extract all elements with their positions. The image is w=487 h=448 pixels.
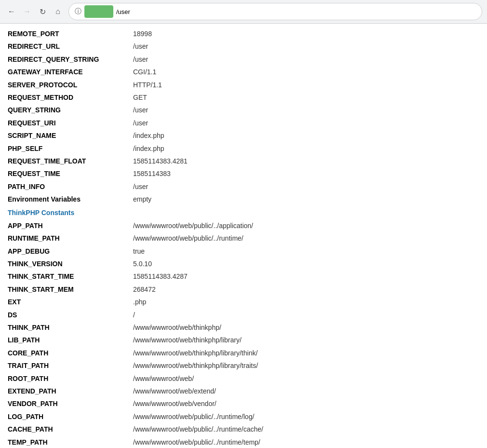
- row-value: 1585114383.4281: [131, 155, 481, 167]
- row-value: /user: [131, 180, 481, 193]
- table-row: GATEWAY_INTERFACE CGI/1.1: [6, 66, 481, 78]
- table-row: REMOTE_PORT 18998: [6, 27, 481, 40]
- row-value: 5.0.10: [131, 258, 481, 270]
- row-key: TEMP_PATH: [6, 436, 131, 448]
- table-row: THINK_PATH /www/wwwroot/web/thinkphp/: [6, 321, 481, 334]
- table-row: RUNTIME_PATH /www/wwwroot/web/public/../…: [6, 232, 481, 244]
- url-input[interactable]: [116, 8, 476, 15]
- row-key: REDIRECT_URL: [6, 40, 131, 53]
- row-value: /www/wwwroot/web/public/../runtime/temp/: [131, 436, 481, 448]
- row-value: .php: [131, 296, 481, 308]
- row-key: CACHE_PATH: [6, 423, 131, 435]
- address-bar[interactable]: ⓘ: [68, 3, 482, 20]
- table-row: REDIRECT_QUERY_STRING /user: [6, 53, 481, 66]
- row-key: REQUEST_URI: [6, 117, 131, 129]
- row-key: CORE_PATH: [6, 347, 131, 359]
- row-value: /user: [131, 53, 481, 66]
- forward-button[interactable]: →: [20, 5, 34, 18]
- table-row: CACHE_PATH /www/wwwroot/web/public/../ru…: [6, 423, 481, 435]
- row-value: /www/wwwroot/web/thinkphp/library/think/: [131, 347, 481, 359]
- browser-toolbar: ← → ↻ ⌂ ⓘ: [0, 0, 487, 24]
- table-row: REQUEST_METHOD GET: [6, 91, 481, 104]
- row-key: RUNTIME_PATH: [6, 232, 131, 244]
- row-key: ROOT_PATH: [6, 372, 131, 385]
- home-button[interactable]: ⌂: [51, 5, 65, 18]
- domain-blob: [84, 5, 113, 18]
- row-value: 1585114383.4287: [131, 270, 481, 283]
- row-key: LOG_PATH: [6, 410, 131, 423]
- table-row: TEMP_PATH /www/wwwroot/web/public/../run…: [6, 436, 481, 448]
- thinkphp-section-table: ThinkPHP Constants: [6, 205, 481, 219]
- row-value: /www/wwwroot/web/thinkphp/: [131, 321, 481, 334]
- table-row: REQUEST_URI /user: [6, 117, 481, 129]
- row-key: SCRIPT_NAME: [6, 129, 131, 142]
- server-vars-table: REMOTE_PORT 18998 REDIRECT_URL /user RED…: [6, 27, 481, 193]
- row-value: 1585114383: [131, 167, 481, 180]
- env-row: Environment Variables empty: [6, 193, 481, 205]
- row-key: REQUEST_TIME: [6, 167, 131, 180]
- table-row: THINK_START_MEM 268472: [6, 283, 481, 296]
- row-value: true: [131, 245, 481, 258]
- reload-button[interactable]: ↻: [36, 5, 49, 18]
- back-button[interactable]: ←: [5, 5, 18, 18]
- row-value: /index.php: [131, 142, 481, 155]
- nav-buttons: ← → ↻ ⌂: [5, 5, 65, 18]
- row-value: /index.php: [131, 129, 481, 142]
- row-key: VENDOR_PATH: [6, 397, 131, 410]
- row-key: PHP_SELF: [6, 142, 131, 155]
- row-value: /www/wwwroot/web/vendor/: [131, 397, 481, 410]
- row-key: THINK_PATH: [6, 321, 131, 334]
- row-value: /user: [131, 104, 481, 116]
- table-row: REQUEST_TIME_FLOAT 1585114383.4281: [6, 155, 481, 167]
- env-label: Environment Variables: [6, 193, 131, 205]
- env-value: empty: [131, 193, 481, 205]
- env-section-table: Environment Variables empty: [6, 193, 481, 205]
- table-row: APP_PATH /www/wwwroot/web/public/../appl…: [6, 219, 481, 232]
- row-value: 18998: [131, 27, 481, 40]
- table-row: REDIRECT_URL /user: [6, 40, 481, 53]
- row-key: THINK_START_TIME: [6, 270, 131, 283]
- row-value: /www/wwwroot/web/public/../runtime/: [131, 232, 481, 244]
- table-row: LIB_PATH /www/wwwroot/web/thinkphp/libra…: [6, 334, 481, 346]
- row-key: PATH_INFO: [6, 180, 131, 193]
- table-row: EXTEND_PATH /www/wwwroot/web/extend/: [6, 385, 481, 397]
- row-value: /www/wwwroot/web/: [131, 372, 481, 385]
- page-content: REMOTE_PORT 18998 REDIRECT_URL /user RED…: [0, 24, 487, 448]
- table-row: SCRIPT_NAME /index.php: [6, 129, 481, 142]
- row-value: 268472: [131, 283, 481, 296]
- row-value: /user: [131, 40, 481, 53]
- table-row: REQUEST_TIME 1585114383: [6, 167, 481, 180]
- row-key: EXTEND_PATH: [6, 385, 131, 397]
- table-row: VENDOR_PATH /www/wwwroot/web/vendor/: [6, 397, 481, 410]
- row-key: SERVER_PROTOCOL: [6, 79, 131, 91]
- table-row: THINK_VERSION 5.0.10: [6, 258, 481, 270]
- row-key: REQUEST_TIME_FLOAT: [6, 155, 131, 167]
- row-value: CGI/1.1: [131, 66, 481, 78]
- row-value: /www/wwwroot/web/public/../runtime/cache…: [131, 423, 481, 435]
- table-row: ROOT_PATH /www/wwwroot/web/: [6, 372, 481, 385]
- row-value: GET: [131, 91, 481, 104]
- table-row: PHP_SELF /index.php: [6, 142, 481, 155]
- table-row: SERVER_PROTOCOL HTTP/1.1: [6, 79, 481, 91]
- row-value: /www/wwwroot/web/public/../runtime/log/: [131, 410, 481, 423]
- table-row: PATH_INFO /user: [6, 180, 481, 193]
- row-value: HTTP/1.1: [131, 79, 481, 91]
- row-value: /www/wwwroot/web/public/../application/: [131, 219, 481, 232]
- thinkphp-constants-link[interactable]: ThinkPHP Constants: [8, 209, 74, 217]
- row-key: LIB_PATH: [6, 334, 131, 346]
- row-value: /www/wwwroot/web/thinkphp/library/traits…: [131, 359, 481, 372]
- row-key: EXT: [6, 296, 131, 308]
- table-row: EXT .php: [6, 296, 481, 308]
- row-key: QUERY_STRING: [6, 104, 131, 116]
- lock-icon: ⓘ: [75, 7, 81, 16]
- thinkphp-header-row: ThinkPHP Constants: [6, 205, 481, 219]
- table-row: LOG_PATH /www/wwwroot/web/public/../runt…: [6, 410, 481, 423]
- table-row: QUERY_STRING /user: [6, 104, 481, 116]
- table-row: THINK_START_TIME 1585114383.4287: [6, 270, 481, 283]
- row-key: REQUEST_METHOD: [6, 91, 131, 104]
- row-value: /www/wwwroot/web/extend/: [131, 385, 481, 397]
- row-value: /www/wwwroot/web/thinkphp/library/: [131, 334, 481, 346]
- row-key: THINK_START_MEM: [6, 283, 131, 296]
- table-row: DS /: [6, 309, 481, 321]
- row-key: DS: [6, 309, 131, 321]
